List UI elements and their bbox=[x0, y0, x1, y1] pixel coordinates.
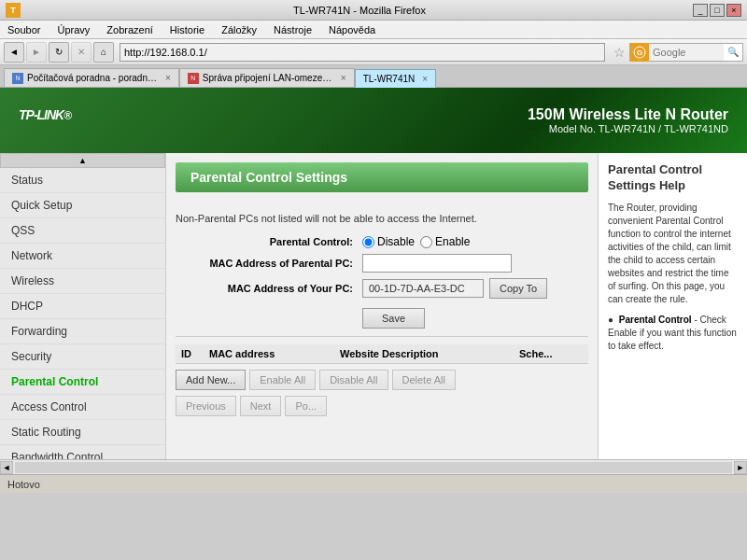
forward-button[interactable]: ► bbox=[26, 42, 47, 63]
router-header: TP-LINK® 150M Wireless Lite N Router Mod… bbox=[0, 88, 747, 153]
menu-napoveda[interactable]: Nápověda bbox=[325, 23, 379, 36]
radio-disable-option: Disable bbox=[362, 235, 415, 248]
sidebar-item-status[interactable]: Status bbox=[0, 168, 165, 193]
bookmark-star[interactable]: ☆ bbox=[611, 44, 627, 61]
info-text: Non-Parental PCs not listed will not be … bbox=[176, 213, 588, 224]
disable-all-button[interactable]: Disable All bbox=[319, 370, 388, 390]
tab-2[interactable]: TL-WR741N × bbox=[355, 69, 436, 88]
help-intro: The Router, providing convenient Parenta… bbox=[608, 202, 738, 306]
mac-your-label: MAC Address of Your PC: bbox=[176, 283, 362, 294]
parental-control-options: Disable Enable bbox=[362, 235, 470, 248]
stop-button[interactable]: ✕ bbox=[71, 42, 92, 63]
sidebar-item-static-routing[interactable]: Static Routing bbox=[0, 420, 165, 445]
sidebar-item-quick-setup[interactable]: Quick Setup bbox=[0, 193, 165, 218]
sidebar-scroll-up[interactable]: ▲ bbox=[0, 153, 165, 168]
mac-parental-input[interactable] bbox=[362, 254, 512, 273]
menu-nastroje[interactable]: Nástroje bbox=[270, 23, 316, 36]
sidebar-item-security[interactable]: Security bbox=[0, 344, 165, 370]
tab-label-1: Správa připojení LAN-omezení přístupu v.… bbox=[203, 73, 333, 83]
next-button[interactable]: Next bbox=[240, 396, 282, 416]
parental-control-row: Parental Control: Disable Enable bbox=[176, 235, 588, 248]
sidebar: ▲ Status Quick Setup QSS Network Wireles… bbox=[0, 153, 166, 459]
tp-link-logo: TP-LINK® bbox=[19, 105, 71, 135]
tab-close-1[interactable]: × bbox=[341, 73, 346, 83]
menu-soubor[interactable]: Soubor bbox=[4, 23, 44, 36]
status-bar: Hotovo bbox=[0, 474, 747, 493]
tab-close-2[interactable]: × bbox=[422, 74, 428, 84]
mac-parental-control bbox=[362, 254, 512, 273]
back-button[interactable]: ◄ bbox=[4, 42, 24, 63]
router-page: TP-LINK® 150M Wireless Lite N Router Mod… bbox=[0, 88, 747, 474]
pagination: Previous Next Po... bbox=[176, 396, 588, 416]
reload-button[interactable]: ↻ bbox=[49, 42, 69, 63]
divider-1 bbox=[176, 336, 588, 337]
status-text: Hotovo bbox=[7, 479, 40, 490]
mac-your-value: 00-1D-7D-AA-E3-DC bbox=[362, 279, 484, 298]
sidebar-item-network[interactable]: Network bbox=[0, 244, 165, 269]
mac-parental-label: MAC Address of Parental PC: bbox=[176, 258, 362, 269]
col-header-id: ID bbox=[176, 348, 204, 359]
minimize-button[interactable]: _ bbox=[693, 4, 708, 17]
window-controls: _ □ × bbox=[693, 4, 741, 17]
sidebar-item-forwarding[interactable]: Forwarding bbox=[0, 319, 165, 344]
mac-your-row: MAC Address of Your PC: 00-1D-7D-AA-E3-D… bbox=[176, 278, 588, 299]
bottom-scrollbar: ◄ ► bbox=[0, 459, 747, 474]
router-model-title: 150M Wireless Lite N Router bbox=[528, 106, 728, 123]
tab-close-0[interactable]: × bbox=[165, 73, 171, 83]
scroll-left[interactable]: ◄ bbox=[0, 461, 13, 474]
search-input[interactable] bbox=[649, 44, 724, 61]
browser-toolbar: ◄ ► ↻ ✕ ⌂ ☆ G 🔍 bbox=[0, 39, 747, 65]
maximize-button[interactable]: □ bbox=[710, 4, 725, 17]
scroll-right[interactable]: ► bbox=[734, 461, 747, 474]
menu-zobrazeni[interactable]: Zobrazení bbox=[103, 23, 157, 36]
add-new-button[interactable]: Add New... bbox=[176, 370, 246, 390]
address-bar[interactable] bbox=[120, 43, 605, 62]
help-item-title-0: Parental Control bbox=[619, 315, 692, 325]
radio-disable[interactable] bbox=[362, 236, 374, 248]
col-header-mac: MAC address bbox=[204, 348, 334, 359]
save-button[interactable]: Save bbox=[362, 308, 425, 329]
help-bullet-0: ● bbox=[608, 315, 613, 325]
tab-1[interactable]: N Správa připojení LAN-omezení přístupu … bbox=[179, 68, 355, 87]
browser-tabs: N Počítačová poradna - poradna.net × N S… bbox=[0, 65, 747, 88]
menu-historie[interactable]: Historie bbox=[166, 23, 208, 36]
radio-enable-option: Enable bbox=[420, 235, 470, 248]
sidebar-item-dhcp[interactable]: DHCP bbox=[0, 294, 165, 319]
router-model-sub: Model No. TL-WR741N / TL-WR741ND bbox=[528, 123, 728, 134]
tab-icon-1: N bbox=[188, 73, 199, 84]
help-item-0: ● Parental Control - Check Enable if you… bbox=[608, 314, 738, 353]
sidebar-item-bandwidth-control[interactable]: Bandwidth Control bbox=[0, 445, 165, 459]
radio-enable[interactable] bbox=[420, 236, 432, 248]
menu-upravy[interactable]: Úpravy bbox=[53, 23, 93, 36]
tab-0[interactable]: N Počítačová poradna - poradna.net × bbox=[4, 68, 179, 87]
page-button[interactable]: Po... bbox=[285, 396, 327, 416]
table-header: ID MAC address Website Description Sche.… bbox=[176, 344, 588, 364]
delete-all-button[interactable]: Delete All bbox=[392, 370, 456, 390]
mac-parental-row: MAC Address of Parental PC: bbox=[176, 254, 588, 273]
help-title: Parental Control Settings Help bbox=[608, 162, 738, 194]
sidebar-item-access-control[interactable]: Access Control bbox=[0, 395, 165, 420]
browser-title: TL-WR741N - Mozilla Firefox bbox=[26, 5, 693, 16]
page-body: Non-Parental PCs not listed will not be … bbox=[166, 202, 598, 426]
sidebar-item-wireless[interactable]: Wireless bbox=[0, 269, 165, 294]
svg-text:G: G bbox=[637, 49, 642, 57]
scroll-track bbox=[15, 462, 732, 473]
browser-titlebar: T TL-WR741N - Mozilla Firefox _ □ × bbox=[0, 0, 747, 21]
search-icon: 🔍 bbox=[724, 47, 742, 57]
parental-control-label: Parental Control: bbox=[176, 236, 362, 247]
sidebar-item-qss[interactable]: QSS bbox=[0, 218, 165, 244]
save-row: Save bbox=[176, 304, 588, 329]
table-actions: Add New... Enable All Disable All Delete… bbox=[176, 370, 588, 390]
tab-label-2: TL-WR741N bbox=[363, 74, 416, 84]
home-button[interactable]: ⌂ bbox=[93, 42, 114, 63]
page-header: Parental Control Settings bbox=[176, 162, 588, 192]
menu-zalozky[interactable]: Záložky bbox=[218, 23, 261, 36]
col-header-website: Website Description bbox=[334, 348, 514, 359]
tab-label-0: Počítačová poradna - poradna.net bbox=[27, 73, 158, 83]
previous-button[interactable]: Previous bbox=[176, 396, 236, 416]
enable-all-button[interactable]: Enable All bbox=[249, 370, 316, 390]
disable-label: Disable bbox=[377, 235, 415, 248]
sidebar-item-parental-control[interactable]: Parental Control bbox=[0, 370, 165, 395]
copy-to-button[interactable]: Copy To bbox=[489, 278, 547, 299]
close-button[interactable]: × bbox=[726, 4, 741, 17]
